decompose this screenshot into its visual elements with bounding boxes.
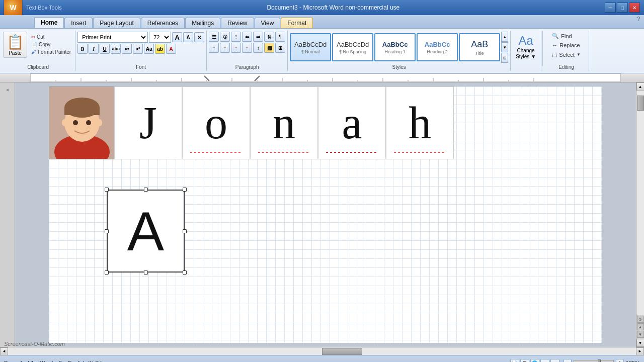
decrease-indent-button[interactable]: ⇐	[242, 32, 252, 42]
ribbon: Home Insert Page Layout References Maili…	[0, 15, 644, 73]
italic-button[interactable]: I	[89, 44, 99, 54]
shading-button[interactable]: ▧	[264, 43, 274, 53]
draft-view[interactable]: ≡	[550, 359, 559, 363]
select-button[interactable]: ⬚ Select ▼	[549, 50, 584, 59]
tab-review[interactable]: Review	[221, 18, 254, 28]
increase-indent-button[interactable]: ⇒	[253, 32, 263, 42]
multilevel-button[interactable]: ⋮	[231, 32, 241, 42]
tab-mailings[interactable]: Mailings	[185, 18, 220, 28]
next-page-button[interactable]: ▼	[637, 331, 644, 338]
handle-middle-left[interactable]	[105, 229, 109, 233]
bullets-button[interactable]: ☰	[209, 32, 219, 42]
handle-bottom-left[interactable]	[105, 270, 109, 275]
paste-button[interactable]: 📋 Paste	[3, 32, 27, 58]
justify-button[interactable]: ≡	[242, 43, 252, 53]
font-color-button[interactable]: A	[166, 44, 176, 54]
styles-scroll-more[interactable]: ⊞	[501, 53, 508, 63]
zoom-in-button[interactable]: +	[616, 359, 624, 363]
page-info: Page: 1 of 1	[4, 360, 34, 363]
name-cards-row: J o n a h	[49, 86, 602, 159]
h-scroll-right-button[interactable]: ►	[636, 347, 644, 355]
change-styles-button[interactable]: Aa ChangeStyles ▼	[513, 32, 539, 62]
handle-bottom-right[interactable]	[183, 270, 187, 275]
minimize-button[interactable]: ─	[605, 3, 616, 13]
style-no-spacing[interactable]: AaBbCcDd ¶ No Spacing	[332, 33, 373, 61]
zoom-out-button[interactable]: −	[564, 359, 572, 363]
h-scroll-left-button[interactable]: ◄	[0, 347, 8, 355]
show-formatting-button[interactable]: ¶	[275, 32, 285, 42]
svg-point-26	[73, 120, 78, 125]
outline-view[interactable]: ≡	[540, 359, 549, 363]
previous-page-button[interactable]: ▲	[637, 323, 644, 330]
text-box-container[interactable]: A	[107, 190, 185, 273]
text-box-inner[interactable]: A	[107, 190, 185, 273]
zoom-slider[interactable]	[574, 360, 614, 363]
tab-insert[interactable]: Insert	[64, 18, 93, 28]
cut-button[interactable]: ✂ Cut	[29, 34, 73, 40]
style-title[interactable]: AaB Title	[459, 33, 500, 61]
tab-format[interactable]: Format	[281, 18, 313, 28]
tabs-row: Home Insert Page Layout References Maili…	[0, 15, 644, 28]
web-layout-view[interactable]: 🌐	[530, 359, 539, 363]
styles-scroll-up[interactable]: ▲	[501, 32, 508, 42]
tab-view[interactable]: View	[255, 18, 281, 28]
subscript-button[interactable]: x₂	[122, 44, 132, 54]
handle-middle-right[interactable]	[183, 229, 187, 233]
horizontal-scrollbar: ◄ ►	[0, 347, 644, 355]
letter-n: n	[273, 101, 295, 146]
styles-scroll-down[interactable]: ▼	[501, 42, 508, 52]
maximize-button[interactable]: □	[617, 3, 628, 13]
align-center-button[interactable]: ≡	[220, 43, 230, 53]
select-browse-object[interactable]: ⊙	[637, 316, 644, 323]
replace-button[interactable]: ↔ Replace	[549, 41, 584, 49]
svg-rect-25	[64, 108, 100, 115]
style-heading1[interactable]: AaBbCc Heading 1	[374, 33, 416, 61]
clear-formatting-button[interactable]: ✕	[194, 32, 204, 42]
handle-top-middle[interactable]	[144, 188, 148, 192]
numbering-button[interactable]: ①	[220, 32, 230, 42]
doc-page[interactable]: J o n a h	[15, 82, 636, 347]
strikethrough-button[interactable]: abc	[111, 44, 121, 54]
help-button[interactable]: ?	[637, 16, 640, 22]
highlight-button[interactable]: ab	[155, 44, 165, 54]
handle-top-right[interactable]	[183, 188, 187, 192]
style-heading2[interactable]: AaBbCc Heading 2	[417, 33, 458, 61]
align-left-button[interactable]: ≡	[209, 43, 219, 53]
zoom-control: − + 125%	[564, 359, 640, 363]
title-bar-controls[interactable]: ─ □ ✕	[605, 3, 640, 13]
change-case-button[interactable]: Aa	[144, 44, 154, 54]
letter-card-o: o	[182, 86, 250, 159]
find-button[interactable]: 🔍 Find	[549, 32, 584, 40]
tab-references[interactable]: References	[141, 18, 185, 28]
letter-card-a: a	[318, 86, 386, 159]
scroll-track[interactable]	[636, 90, 644, 315]
font-group: Primer Print 72 A A ✕ B I U abc	[75, 31, 207, 71]
font-shrink-button[interactable]: A	[183, 32, 193, 42]
line-spacing-button[interactable]: ↕	[253, 43, 263, 53]
handle-bottom-middle[interactable]	[144, 270, 148, 275]
scroll-up-button[interactable]: ▲	[636, 82, 645, 90]
style-normal[interactable]: AaBbCcDd ¶ Normal	[290, 33, 331, 61]
superscript-button[interactable]: x²	[133, 44, 143, 54]
close-button[interactable]: ✕	[629, 3, 640, 13]
copy-button[interactable]: 📄 Copy	[29, 41, 73, 48]
bold-button[interactable]: B	[77, 44, 88, 54]
zoom-slider-thumb[interactable]	[598, 359, 601, 363]
h-scroll-track[interactable]	[8, 347, 636, 355]
scroll-thumb[interactable]	[637, 96, 644, 111]
handle-top-left[interactable]	[105, 188, 109, 192]
font-grow-button[interactable]: A	[172, 32, 182, 42]
print-layout-view[interactable]: 📄	[510, 359, 519, 363]
scroll-down-button[interactable]: ▼	[636, 339, 645, 347]
borders-button[interactable]: ⊞	[275, 43, 285, 53]
full-screen-view[interactable]: ⊞	[520, 359, 529, 363]
font-size-select[interactable]: 72	[149, 32, 171, 43]
h-scroll-thumb[interactable]	[322, 348, 362, 355]
font-name-select[interactable]: Primer Print	[77, 32, 148, 43]
tab-home[interactable]: Home	[34, 17, 64, 28]
tab-page-layout[interactable]: Page Layout	[93, 18, 140, 28]
align-right-button[interactable]: ≡	[231, 43, 241, 53]
underline-button[interactable]: U	[100, 44, 110, 54]
format-painter-button[interactable]: 🖌 Format Painter	[29, 49, 73, 55]
sort-button[interactable]: ⇅	[264, 32, 274, 42]
